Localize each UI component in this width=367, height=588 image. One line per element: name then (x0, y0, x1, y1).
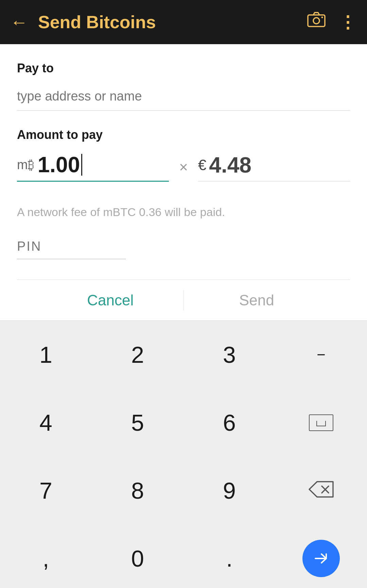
pay-to-input[interactable] (17, 86, 350, 111)
key-9[interactable]: 9 (184, 457, 275, 524)
page-title: Send Bitcoins (38, 12, 307, 32)
enter-icon (302, 540, 340, 577)
key-space[interactable]: ⌴ (275, 389, 367, 457)
key-1[interactable]: 1 (0, 321, 92, 389)
btc-prefix: m₿ (17, 158, 34, 172)
key-0[interactable]: 0 (92, 524, 184, 588)
pin-input[interactable] (17, 236, 126, 259)
camera-icon[interactable] (307, 11, 326, 33)
header-icons: ⋮ (307, 11, 357, 33)
key-6[interactable]: 6 (184, 389, 275, 457)
key-2[interactable]: 2 (92, 321, 184, 389)
key-backspace[interactable] (275, 457, 367, 524)
pay-to-label: Pay to (17, 61, 350, 75)
network-fee-text: A network fee of mBTC 0.36 will be paid. (17, 206, 350, 219)
send-button[interactable]: Send (184, 292, 330, 309)
header: ← Send Bitcoins ⋮ (0, 0, 367, 44)
fiat-prefix: € (198, 157, 206, 174)
key-enter[interactable] (275, 524, 367, 588)
svg-point-1 (313, 18, 319, 24)
key-5[interactable]: 5 (92, 389, 184, 457)
svg-point-2 (321, 17, 323, 18)
key-7[interactable]: 7 (0, 457, 92, 524)
amount-row: m₿ 1.00 × € 4.48 (17, 152, 350, 182)
numpad: 1 2 3 − 4 5 6 ⌴ 7 8 9 , 0 . (0, 320, 367, 588)
backspace-icon (308, 477, 335, 504)
cancel-button[interactable]: Cancel (37, 292, 184, 309)
key-8[interactable]: 8 (92, 457, 184, 524)
key-period[interactable]: . (184, 524, 275, 588)
text-cursor (81, 154, 82, 176)
fiat-value: 4.48 (209, 153, 251, 178)
back-button[interactable]: ← (10, 13, 28, 31)
key-dash[interactable]: − (275, 321, 367, 389)
key-comma[interactable]: , (0, 524, 92, 588)
key-3[interactable]: 3 (184, 321, 275, 389)
multiply-icon: × (179, 159, 188, 176)
fiat-amount-container[interactable]: € 4.48 (198, 153, 350, 181)
amount-label: Amount to pay (17, 128, 350, 142)
main-content: Pay to Amount to pay m₿ 1.00 × € 4.48 A … (0, 44, 367, 320)
amount-section: Amount to pay m₿ 1.00 × € 4.48 (17, 128, 350, 182)
action-row: Cancel Send (17, 280, 350, 320)
btc-amount-container[interactable]: m₿ 1.00 (17, 152, 169, 182)
btc-value: 1.00 (38, 152, 80, 177)
more-menu-icon[interactable]: ⋮ (339, 12, 357, 32)
key-4[interactable]: 4 (0, 389, 92, 457)
